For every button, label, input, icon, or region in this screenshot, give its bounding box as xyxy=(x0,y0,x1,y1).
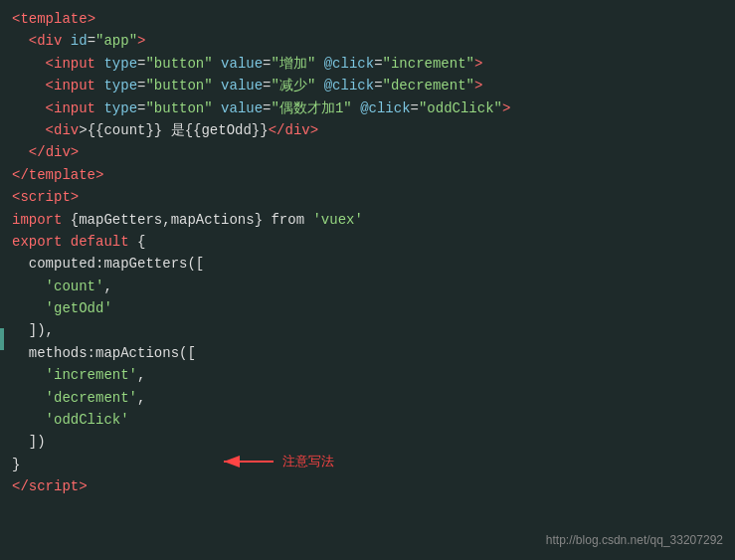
code-token xyxy=(12,390,46,406)
code-token xyxy=(213,100,221,116)
code-token: "button" xyxy=(145,56,212,72)
code-token: < xyxy=(46,100,54,116)
code-token: export default xyxy=(12,234,137,250)
code-token: @click xyxy=(360,100,410,116)
code-token xyxy=(62,33,70,49)
code-token: 'count' xyxy=(46,279,104,294)
code-line: <input type="button" value="偶数才加1" @clic… xyxy=(12,97,723,119)
code-token: import xyxy=(12,212,71,228)
code-token: "increment" xyxy=(383,56,474,72)
code-token: = xyxy=(88,33,95,49)
code-line: ]) xyxy=(12,431,723,453)
code-token: { xyxy=(137,234,145,250)
code-line: <input type="button" value="减少" @click="… xyxy=(12,75,723,96)
code-line: </template> xyxy=(12,164,723,186)
code-line: ]), xyxy=(12,319,723,341)
code-token: > xyxy=(474,78,482,93)
code-token: div xyxy=(284,122,309,138)
code-token: methods:mapActions([ xyxy=(12,345,196,361)
code-token xyxy=(12,412,46,428)
code-token: > xyxy=(95,167,103,183)
code-token: value xyxy=(221,78,263,93)
code-line: 'decrement', xyxy=(12,387,723,409)
code-token: @click xyxy=(324,78,374,93)
code-token xyxy=(12,100,46,116)
code-token: 'oddClick' xyxy=(46,412,129,428)
code-line: 'getOdd' xyxy=(12,297,723,319)
code-token: "减少" xyxy=(272,78,316,93)
code-line: <input type="button" value="增加" @click="… xyxy=(12,53,723,75)
code-token: ]) xyxy=(12,434,46,450)
code-token: = xyxy=(263,78,271,93)
code-token: 'getOdd' xyxy=(46,300,112,316)
code-token xyxy=(12,33,29,49)
code-token: = xyxy=(263,56,271,72)
code-token xyxy=(352,100,360,116)
code-token: </ xyxy=(29,144,46,160)
code-token xyxy=(12,279,46,294)
code-line: computed:mapGetters([ xyxy=(12,253,723,275)
code-line: </script> xyxy=(12,475,723,497)
code-token: input xyxy=(54,78,95,93)
left-border-indicator xyxy=(0,328,4,350)
code-token: > xyxy=(137,33,145,49)
code-token: "button" xyxy=(145,100,212,116)
code-token: @click xyxy=(324,56,374,72)
code-token xyxy=(315,78,323,93)
code-line: } xyxy=(12,454,723,475)
code-token: < xyxy=(29,33,37,49)
annotation: 注意写法 xyxy=(219,452,334,472)
code-line: </div> xyxy=(12,141,723,163)
code-token: value xyxy=(221,56,263,72)
code-token: "button" xyxy=(145,78,212,93)
code-token: template xyxy=(20,11,87,27)
code-token xyxy=(213,56,221,72)
code-token xyxy=(213,78,221,93)
code-token: "decrement" xyxy=(383,78,474,93)
code-token: ]), xyxy=(12,322,54,338)
code-line: 'increment', xyxy=(12,364,723,386)
code-token: 'increment' xyxy=(46,367,137,383)
code-token xyxy=(12,78,46,93)
code-token: from xyxy=(263,212,312,228)
code-token: = xyxy=(411,100,419,116)
code-token: type xyxy=(103,100,137,116)
code-token: > xyxy=(71,144,79,160)
arrow-icon xyxy=(219,452,278,471)
code-token: < xyxy=(46,78,54,93)
code-token: > xyxy=(88,11,95,27)
code-token: script xyxy=(29,478,79,494)
code-token: > xyxy=(71,189,79,205)
code-line: 'count', xyxy=(12,276,723,297)
code-token: > xyxy=(502,100,510,116)
annotation-text: 注意写法 xyxy=(282,452,334,472)
code-token: script xyxy=(20,189,70,205)
code-token xyxy=(315,56,323,72)
code-token: , xyxy=(137,367,145,383)
code-line: <div>{{count}} 是{{getOdd}}</div> xyxy=(12,119,723,141)
code-token: > xyxy=(310,122,318,138)
code-token: , xyxy=(103,279,111,294)
code-token: } xyxy=(12,457,20,472)
code-line: export default { xyxy=(12,231,723,253)
code-token: >{{count}} 是{{getOdd}} xyxy=(79,122,268,138)
code-line: 'oddClick' xyxy=(12,409,723,431)
code-token: 'decrement' xyxy=(46,390,137,406)
code-token: id xyxy=(71,33,88,49)
code-lines: <template> <div id="app"> <input type="b… xyxy=(12,8,723,498)
code-token: < xyxy=(46,122,54,138)
code-token xyxy=(12,300,46,316)
code-token: = xyxy=(374,56,382,72)
code-token: "oddClick" xyxy=(419,100,502,116)
code-token: type xyxy=(103,78,137,93)
code-token: div xyxy=(54,122,79,138)
code-token: < xyxy=(46,56,54,72)
code-token xyxy=(12,122,46,138)
code-token xyxy=(12,56,46,72)
code-line: import {mapGetters,mapActions} from 'vue… xyxy=(12,209,723,231)
code-token: = xyxy=(263,100,271,116)
watermark: http://blog.csdn.net/qq_33207292 xyxy=(546,531,723,550)
code-token: input xyxy=(54,56,95,72)
code-token: , xyxy=(137,390,145,406)
code-token: "偶数才加1" xyxy=(272,100,352,116)
